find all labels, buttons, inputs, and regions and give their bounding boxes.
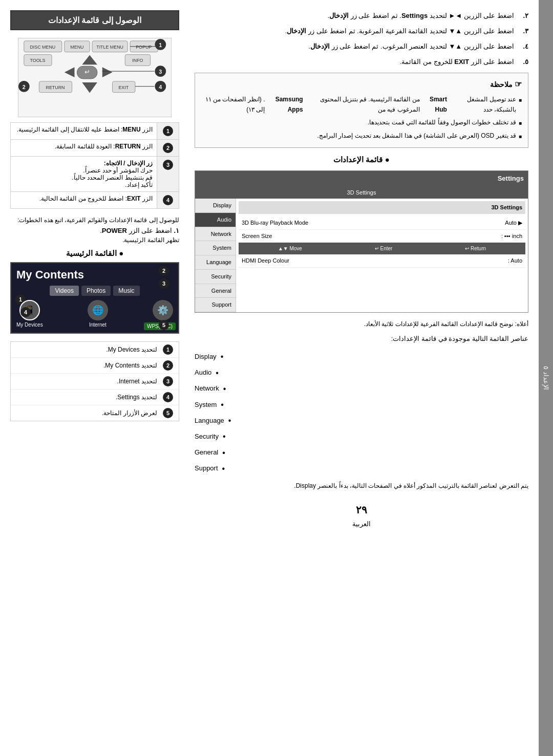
internet-circle: 🌐 [88, 300, 108, 320]
element-display: Display [195, 349, 528, 364]
nav-row-4: 4 لتحديد Settings. [11, 390, 179, 405]
instruction-text-block: ٢. اضغط على الزرين ◄► لتحديد Settings. ث… [195, 10, 528, 530]
step-3-number: ٣. [518, 26, 528, 37]
step-3-text: اضغط على الزرين ▲▼ لتحديد القائمة الفرعي… [285, 26, 514, 37]
settings-menu-heading: ● قائمة الإعدادات [195, 153, 528, 166]
main-header-text: الوصول إلى قائمة الإعدادات [48, 16, 141, 25]
nav-row-1: 1 لتحديد My Devices. [11, 342, 179, 358]
badge-3: 3 [157, 157, 179, 192]
settings-body: Display Audio Network System Language Se… [195, 199, 528, 312]
badge-4: 4 [157, 192, 179, 209]
element-network: Network [195, 381, 528, 397]
sidebar-display: Display [195, 199, 236, 213]
nav-badge-2: 2 [163, 360, 173, 371]
svg-marker-19 [82, 82, 97, 93]
settings-row-playback: 3D Blu-ray Playback Mode Auto ▶ [239, 217, 525, 230]
settings-circle: ⚙️ [153, 300, 173, 320]
display-note: يتم التعرض لعناصر القائمة بالترتيب المذك… [195, 481, 528, 491]
sidebar-general: General [195, 284, 236, 298]
badge-overlay-4: 4 [19, 307, 32, 317]
row-label-hdmi: HDMI Deep Colour [242, 256, 289, 266]
right-column: الوصول إلى قائمة الإعدادات DISC MENU MEN… [10, 10, 184, 746]
instruction-4: الزر EXIT: اضغط للخروج من القائمة الحالي… [11, 192, 157, 209]
step-4: ٤. اضغط على الزرين ▲▼ لتحديد العنصر المر… [195, 41, 528, 52]
icon-internet: 🌐 Internet [88, 300, 108, 328]
settings-sidebar: Display Audio Network System Language Se… [195, 199, 236, 312]
menu-photos: Photos [81, 286, 111, 296]
note-item-2: قد تختلف خطوات الوصول وفقاً للقائمة التي… [201, 117, 522, 127]
badge-2: 2 [157, 140, 179, 157]
mydevices-label: My Devices [16, 322, 43, 328]
settings-main: 3D Settings 3D Blu-ray Playback Mode Aut… [236, 199, 528, 312]
nav-enter: ↵ Enter [375, 244, 393, 253]
step-2-number: ٢. [518, 10, 528, 21]
svg-text:3: 3 [159, 69, 162, 75]
table-row-3: 3 زر الإدخال / الاتجاه: حرك المؤشر أو حد… [11, 157, 179, 192]
my-contents-box: My Contents Videos Photos Music 1 📱 My D… [10, 262, 179, 334]
svg-text:TOOLS: TOOLS [30, 58, 45, 63]
nav-text-4: لتحديد Settings. [116, 394, 157, 401]
step-4-number: ٤. [518, 41, 528, 52]
instruction-table: 1 الزر MENU: اضغط عليه للانتقال إلى القا… [10, 122, 179, 209]
step-5-text: اضغط على الزر EXIT للخروج من القائمة. [400, 56, 514, 68]
step-5-number: ٥. [518, 56, 528, 68]
nav-text-3: لتحديد Internet. [117, 378, 157, 385]
menu-music: Music [113, 286, 139, 296]
sidebar-network: Network [195, 227, 236, 242]
svg-marker-13 [65, 67, 75, 77]
settings-3d-header: 3D Settings [239, 201, 525, 214]
svg-marker-16 [102, 67, 113, 77]
main-section-header: الوصول إلى قائمة الإعدادات [10, 10, 179, 30]
badge-2-overlay: 2 [159, 266, 169, 276]
my-contents-menu: Videos Photos Music [16, 286, 173, 296]
settings-screenshot: Settings 3D Settings Display Audio Netwo… [195, 170, 528, 313]
step-1-desc: تظهر القائمة الرئيسية. [10, 236, 179, 244]
nav-badge-4: 4 [163, 392, 173, 402]
svg-text:MENU: MENU [70, 45, 83, 50]
nav-text-1: لتحديد My Devices. [106, 346, 157, 353]
nav-move: ▲▼ Move [278, 244, 302, 253]
instruction-2: الزر RETURN: العودة للقائمة السابقة. [11, 140, 157, 157]
badge-5-overlay: 5 [159, 320, 169, 330]
step-5: ٥. اضغط على الزر EXIT للخروج من القائمة. [195, 56, 528, 68]
nav-text-2: لتحديد My Contents. [103, 362, 157, 369]
badge-overlay-3: 3 [157, 278, 171, 289]
elements-intro: عناصر القائمة التالية موجودة في قائمة ال… [195, 333, 528, 344]
badge-1: 1 [157, 123, 179, 140]
table-row-4: 4 الزر EXIT: اضغط للخروج من القائمة الحا… [11, 192, 179, 209]
nav-row-5: 5 لعرض الأزرار المتاحة. [11, 405, 179, 421]
sidebar-language: Language [195, 255, 236, 270]
row-value-screen: : ▪▪▪ inch [501, 231, 522, 241]
page-number: ٢٩ [195, 501, 528, 519]
row-value-hdmi: : Auto [508, 256, 522, 266]
my-contents-title: My Contents [16, 268, 173, 282]
remote-svg: DISC MENU MENU TITLE MENU POPUP TOOLS I [18, 38, 172, 117]
settings-row-screen: Screen Size : ▪▪▪ inch [239, 230, 525, 243]
element-support: Support [195, 461, 528, 477]
settings-box-title: Settings [195, 171, 528, 186]
elements-list: Display Audio Network System Language Se… [195, 349, 528, 477]
settings-nav-bar: ▲▼ Move ↵ Enter ↩ Return [239, 243, 525, 254]
menu-videos: Videos [50, 286, 78, 296]
step-3: ٣. اضغط على الزرين ▲▼ لتحديد القائمة الف… [195, 26, 528, 37]
table-row-2: 2 الزر RETURN: العودة للقائمة السابقة. [11, 140, 179, 157]
remote-diagram: DISC MENU MENU TITLE MENU POPUP TOOLS I [10, 38, 179, 117]
step-1-right: ١. اضغط على الزر POWER. [10, 227, 179, 234]
element-language: Language [195, 413, 528, 428]
nav-return: ↩ Return [465, 244, 486, 253]
left-column: ٢. اضغط على الزرين ◄► لتحديد Settings. ث… [195, 10, 528, 746]
sidebar-system: System [195, 241, 236, 255]
svg-text:4: 4 [159, 84, 162, 90]
sidebar-support: Support [195, 298, 236, 312]
side-tab: ٥ الإعداد [539, 0, 553, 756]
page-label: العربية [195, 519, 528, 530]
svg-text:TITLE MENU: TITLE MENU [96, 45, 123, 50]
side-tab-number: ٥ [542, 366, 550, 370]
element-audio: Audio [195, 365, 528, 381]
note-item-3: قد يتغير OSD (العرض على الشاشة) في هذا ا… [201, 131, 522, 141]
sidebar-security: Security [195, 270, 236, 284]
nav-legend: 1 لتحديد My Devices. 2 لتحديد My Content… [10, 341, 179, 421]
access-instructions-header: للوصول إلى قائمة الإعدادات والقوائم الفر… [10, 217, 179, 224]
badge-3-overlay: 3 [159, 278, 169, 289]
element-system: System [195, 397, 528, 413]
